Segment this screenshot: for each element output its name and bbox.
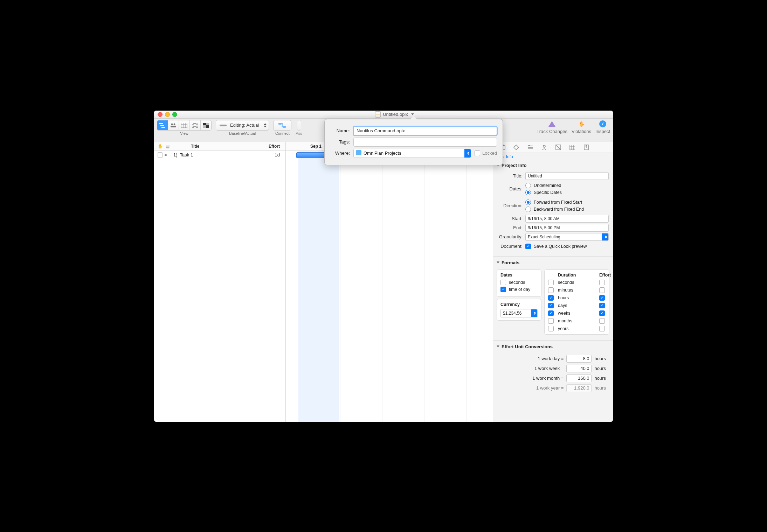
tab-milestones[interactable] — [509, 142, 523, 152]
disclosure-triangle-icon — [497, 261, 499, 264]
section-conversions-header[interactable]: Effort Unit Conversions — [493, 342, 613, 351]
work-month-label: 1 work month = — [532, 376, 564, 381]
section-project-info-header[interactable]: Project Info — [493, 161, 613, 170]
inspector-panel: oject Info Project Info Title: Untitled … — [493, 142, 613, 422]
work-day-label: 1 work day = — [538, 356, 564, 361]
baseline-actual-popup[interactable]: Editing: Actual — [216, 120, 269, 131]
column-title-header[interactable]: Title — [177, 144, 255, 149]
app-window: Untitled.oplx — [154, 111, 613, 422]
gantt-chart[interactable]: Sep 1 — [286, 142, 493, 422]
baseline-bar-icon — [220, 124, 227, 127]
direction-forward-radio[interactable]: Forward from Fixed Start — [525, 200, 609, 205]
gantt-view-icon[interactable] — [157, 120, 168, 130]
duration-months-checkbox[interactable] — [548, 318, 554, 324]
work-month-input[interactable]: 160.0 — [566, 374, 592, 382]
disclosure-triangle-icon — [497, 345, 499, 348]
dates-label: Dates: — [497, 186, 523, 191]
duration-header: Duration — [558, 273, 596, 278]
work-year-label: 1 work year = — [536, 385, 564, 391]
tab-export[interactable] — [579, 142, 593, 152]
assign-button-partial[interactable] — [297, 120, 301, 131]
granularity-select[interactable]: Exact Scheduling — [525, 233, 609, 241]
stepper-icon — [264, 123, 267, 127]
calendar-view-icon[interactable] — [179, 120, 190, 130]
tab-custom-data[interactable] — [551, 142, 565, 152]
dates-specific-radio[interactable]: Specific Dates — [525, 190, 609, 195]
svg-rect-10 — [192, 123, 194, 124]
popover-tags-input[interactable] — [353, 138, 497, 147]
project-title-input[interactable]: Untitled — [525, 172, 609, 180]
assign-label-partial: Ass — [296, 131, 302, 135]
window-controls — [158, 112, 177, 117]
window-title-text: Untitled.oplx — [383, 112, 408, 117]
direction-backward-radio[interactable]: Backward from Fixed End — [525, 206, 609, 212]
row-bullet-icon — [165, 154, 167, 156]
note-column-icon[interactable]: ▤ — [166, 144, 170, 149]
project-info-title: Project Info — [502, 163, 527, 168]
duration-weeks-checkbox[interactable] — [548, 310, 554, 316]
task-row[interactable]: 1) Task 1 1d — [154, 151, 285, 159]
minimize-window-button[interactable] — [165, 112, 170, 117]
popover-where-select[interactable]: OmniPlan Projects — [353, 149, 471, 158]
violations-button[interactable]: ✋ Violations — [572, 120, 591, 134]
inspect-button[interactable]: i Inspect — [595, 120, 610, 134]
dates-tod-checkbox[interactable]: time of day — [500, 287, 538, 292]
track-changes-label: Track Changes — [537, 129, 567, 134]
dates-undetermined-radio[interactable]: Undetermined — [525, 183, 609, 188]
work-year-input[interactable]: 1,920.0 — [566, 384, 592, 392]
gantt-today-highlight — [298, 151, 339, 422]
outline-header: ✋ ▤ Title Effort — [154, 142, 285, 151]
resource-view-icon[interactable] — [168, 120, 179, 130]
effort-weeks-checkbox[interactable] — [599, 310, 605, 316]
task-index: 1) — [173, 152, 178, 158]
effort-months-checkbox[interactable] — [599, 318, 605, 324]
currency-format-card: Currency $1,234.56 — [497, 299, 541, 321]
tab-columns[interactable] — [565, 142, 579, 152]
popover-name-input[interactable]: Nautilus Command.oplx — [353, 126, 497, 135]
svg-rect-18 — [203, 125, 206, 128]
svg-rect-19 — [206, 125, 209, 128]
quicklook-checkbox[interactable]: Save a Quick Look preview — [525, 244, 609, 249]
end-date-input[interactable]: 9/16/15, 5:00 PM — [525, 224, 609, 232]
effort-days-checkbox[interactable] — [599, 303, 605, 308]
effort-minutes-checkbox[interactable] — [599, 287, 605, 293]
svg-rect-17 — [206, 123, 209, 125]
popover-locked-checkbox[interactable]: Locked — [475, 150, 497, 156]
column-effort-header[interactable]: Effort — [255, 144, 285, 149]
info-icon: i — [599, 120, 606, 127]
close-window-button[interactable] — [158, 112, 163, 117]
row-note-icon[interactable] — [158, 152, 163, 158]
duration-minutes-checkbox[interactable] — [548, 287, 554, 293]
duration-effort-card: DurationEffort seconds minutes hours day… — [544, 270, 609, 335]
connect-button[interactable] — [273, 120, 291, 131]
tab-resources[interactable] — [537, 142, 551, 152]
baseline-editing-label: Editing: Actual — [230, 122, 259, 128]
duration-seconds-checkbox[interactable] — [548, 280, 554, 285]
section-formats-header[interactable]: Formats — [493, 258, 613, 267]
track-changes-button[interactable]: Track Changes — [537, 120, 567, 134]
duration-days-checkbox[interactable] — [548, 303, 554, 308]
window-title[interactable]: Untitled.oplx — [180, 111, 609, 118]
gantt-body[interactable] — [286, 151, 493, 422]
tab-styles[interactable] — [523, 142, 537, 152]
effort-hours-checkbox[interactable] — [599, 295, 605, 301]
style-view-icon[interactable] — [201, 120, 211, 130]
dates-format-card: Dates seconds time of day — [497, 270, 541, 297]
currency-select[interactable]: $1,234.56 — [500, 309, 538, 317]
effort-years-checkbox[interactable] — [599, 326, 605, 331]
work-week-input[interactable]: 40.0 — [566, 365, 592, 372]
gantt-month-label: Sep 1 — [310, 144, 322, 149]
duration-years-checkbox[interactable] — [548, 326, 554, 331]
start-date-input[interactable]: 9/16/15, 8:00 AM — [525, 215, 609, 223]
grab-hand-icon[interactable]: ✋ — [158, 144, 163, 149]
svg-rect-26 — [569, 145, 575, 150]
task-outline: ✋ ▤ Title Effort 1) Task 1 1d — [154, 142, 286, 422]
effort-seconds-checkbox[interactable] — [599, 280, 605, 285]
work-day-input[interactable]: 8.0 — [566, 355, 592, 363]
zoom-window-button[interactable] — [172, 112, 177, 117]
dates-seconds-checkbox[interactable]: seconds — [500, 280, 538, 285]
view-mode-segmented[interactable] — [157, 120, 212, 131]
chevron-down-icon — [411, 113, 414, 115]
duration-hours-checkbox[interactable] — [548, 295, 554, 301]
network-view-icon[interactable] — [190, 120, 201, 130]
